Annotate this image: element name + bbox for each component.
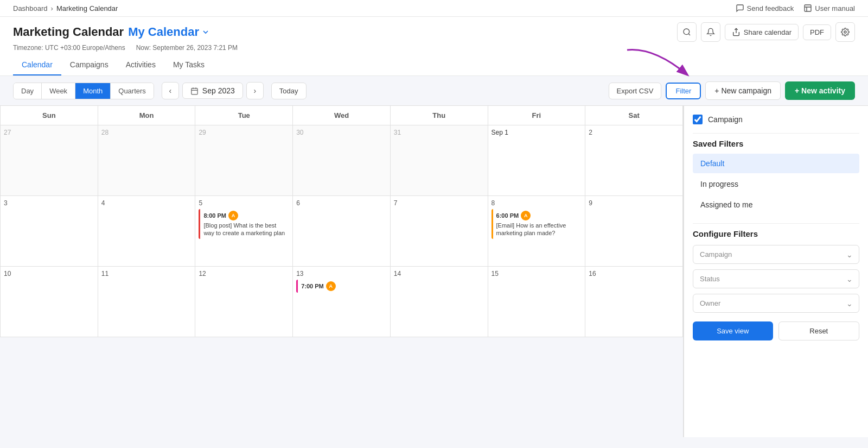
current-month-display: Sep 2023: [182, 83, 243, 99]
next-month-button[interactable]: ›: [246, 82, 264, 99]
campaign-checkbox-label[interactable]: Campaign: [693, 115, 859, 124]
event-sep13[interactable]: 7:00 PM A: [296, 280, 387, 293]
day-cell-sep6[interactable]: 6: [293, 196, 391, 267]
save-view-button[interactable]: Save view: [693, 321, 773, 340]
configure-filters-section: Configure Filters Campaign ⌄ Status ⌄ Ow…: [693, 229, 859, 340]
day-cell-sep14[interactable]: 14: [391, 267, 488, 337]
configure-filters-title: Configure Filters: [693, 229, 859, 238]
day-cell-sep5[interactable]: 5 8:00 PM A [Blog post] What is the best…: [195, 196, 293, 267]
header-actions: Share calendar PDF: [677, 22, 855, 42]
tab-campaigns[interactable]: Campaigns: [61, 55, 117, 75]
my-calendar-label[interactable]: My Calendar: [128, 25, 210, 39]
day-number: 27: [4, 129, 94, 136]
campaign-dropdown[interactable]: Campaign: [693, 245, 859, 264]
view-week-button[interactable]: Week: [42, 83, 75, 99]
svg-rect-0: [805, 5, 811, 11]
prev-month-button[interactable]: ‹: [162, 82, 179, 99]
today-button[interactable]: Today: [271, 83, 307, 99]
day-cell-sep8[interactable]: 8 6:00 PM A [Email] How is an effective …: [488, 196, 586, 267]
new-activity-button[interactable]: + New activity: [785, 81, 855, 100]
day-cell-sep1[interactable]: Sep 1: [488, 125, 586, 196]
view-month-button[interactable]: Month: [75, 83, 111, 99]
event-title: [Email] How is an effective marketing pl…: [496, 222, 579, 237]
day-cell-sep15[interactable]: 15: [488, 267, 586, 337]
reset-button[interactable]: Reset: [778, 321, 860, 340]
day-number: 8: [492, 199, 582, 207]
day-header-mon: Mon: [98, 106, 196, 125]
title-area: Marketing Calendar My Calendar: [13, 25, 210, 39]
event-title: [Blog post] What is the best way to crea…: [203, 222, 286, 237]
owner-dropdown[interactable]: Owner: [693, 294, 859, 313]
day-cell-sep11[interactable]: 11: [98, 267, 196, 337]
owner-dropdown-wrap: Owner ⌄: [693, 294, 859, 313]
send-feedback-link[interactable]: Send feedback: [736, 4, 794, 12]
calendar-week-3: 10 11 12 13 7:00 PM A 14 1: [0, 267, 683, 337]
filter-button[interactable]: Filter: [666, 83, 701, 99]
day-cell-sep4[interactable]: 4: [98, 196, 196, 267]
day-cell-sep12[interactable]: 12: [195, 267, 293, 337]
day-cell-aug27[interactable]: 27: [1, 125, 98, 196]
campaign-label: Campaign: [708, 115, 743, 124]
svg-rect-5: [192, 88, 197, 94]
header: Marketing Calendar My Calendar Share cal…: [0, 17, 868, 76]
status-dropdown-wrap: Status ⌄: [693, 269, 859, 288]
filter-actions: Save view Reset: [693, 321, 859, 340]
divider-2: [693, 223, 859, 224]
view-day-button[interactable]: Day: [14, 83, 42, 99]
tab-calendar[interactable]: Calendar: [13, 55, 61, 75]
breadcrumb-home[interactable]: Dashboard: [13, 4, 48, 12]
toolbar: Day Week Month Quarters ‹ Sep 2023 › Tod…: [0, 76, 868, 106]
day-cell-aug28[interactable]: 28: [98, 125, 196, 196]
day-cell-aug30[interactable]: 30: [293, 125, 391, 196]
feedback-icon: [736, 4, 744, 12]
day-number: 16: [589, 270, 679, 277]
share-icon: [732, 28, 741, 36]
pdf-button[interactable]: PDF: [803, 24, 831, 40]
day-header-sun: Sun: [1, 106, 98, 125]
day-cell-sep9[interactable]: 9: [585, 196, 683, 267]
search-button[interactable]: [677, 22, 697, 42]
now-label: Now: September 26, 2023 7:21 PM: [136, 44, 238, 52]
settings-button[interactable]: [835, 22, 855, 42]
day-cell-sep10[interactable]: 10: [1, 267, 98, 337]
notifications-button[interactable]: [701, 22, 720, 42]
month-label: Sep 2023: [202, 86, 235, 95]
day-cell-sep3[interactable]: 3: [1, 196, 98, 267]
day-number: 12: [199, 270, 289, 277]
day-cell-sep16[interactable]: 16: [585, 267, 683, 337]
share-calendar-button[interactable]: Share calendar: [725, 24, 799, 40]
calendar-week-2: 3 4 5 8:00 PM A [Blog post] What is the …: [0, 196, 683, 267]
day-cell-sep13[interactable]: 13 7:00 PM A: [293, 267, 391, 337]
saved-filter-in-progress[interactable]: In progress: [693, 174, 859, 194]
toolbar-left: Day Week Month Quarters ‹ Sep 2023 › Tod…: [13, 82, 307, 99]
campaign-dropdown-wrap: Campaign ⌄: [693, 245, 859, 264]
day-number: 6: [296, 199, 387, 207]
day-number: Sep 1: [492, 129, 582, 136]
day-number: 29: [199, 129, 289, 136]
day-cell-sep2[interactable]: 2: [585, 125, 683, 196]
day-number: 9: [589, 199, 679, 207]
chevron-down-icon: [201, 28, 210, 36]
day-number: 28: [101, 129, 192, 136]
saved-filter-assigned-to-me[interactable]: Assigned to me: [693, 195, 859, 214]
day-cell-aug29[interactable]: 29: [195, 125, 293, 196]
day-number: 11: [101, 270, 192, 277]
settings-icon: [841, 28, 850, 36]
user-manual-link[interactable]: User manual: [803, 4, 855, 12]
new-campaign-button[interactable]: + New campaign: [705, 81, 781, 100]
day-cell-aug31[interactable]: 31: [391, 125, 488, 196]
view-quarters-button[interactable]: Quarters: [111, 83, 154, 99]
svg-line-2: [688, 34, 690, 35]
day-cell-sep7[interactable]: 7: [391, 196, 488, 267]
tab-my-tasks[interactable]: My Tasks: [164, 55, 213, 75]
day-header-fri: Fri: [488, 106, 586, 125]
status-dropdown[interactable]: Status: [693, 269, 859, 288]
event-sep8[interactable]: 6:00 PM A [Email] How is an effective ma…: [492, 209, 582, 239]
breadcrumb: Dashboard › Marketing Calendar: [13, 4, 118, 12]
export-csv-button[interactable]: Export CSV: [609, 83, 662, 99]
tab-activities[interactable]: Activities: [117, 55, 164, 75]
day-header-thu: Thu: [391, 106, 488, 125]
saved-filter-default[interactable]: Default: [693, 154, 859, 173]
campaign-checkbox[interactable]: [693, 115, 703, 124]
event-sep5[interactable]: 8:00 PM A [Blog post] What is the best w…: [199, 209, 289, 239]
